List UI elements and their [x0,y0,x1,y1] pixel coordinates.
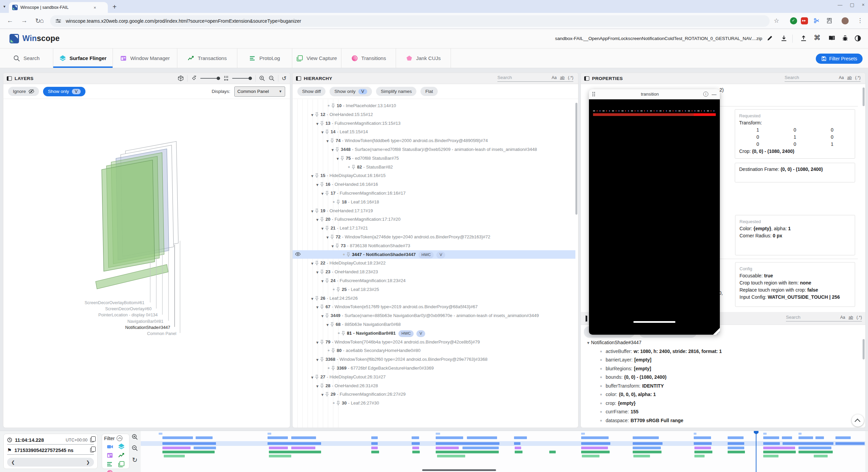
trace-segment[interactable] [582,455,599,457]
pin-icon[interactable] [336,401,340,405]
browser-tab[interactable]: Winscope | sandbox-FAIL × [9,2,108,13]
forward-icon[interactable]: → [21,17,27,24]
trace-segment[interactable] [159,433,162,435]
match-word-icon[interactable]: ab [560,75,565,80]
tree-row[interactable]: ▼13-FullscreenMagnification:15:15#13 [293,119,575,128]
protolog-icon[interactable] [106,461,113,468]
trace-segment[interactable] [763,455,778,457]
pin-icon[interactable] [341,331,345,335]
trace-segment[interactable] [371,436,378,439]
download-traces-icon[interactable] [781,35,787,42]
chevron-down-icon[interactable]: ▼ [310,295,315,302]
trace-segment[interactable] [291,447,315,449]
trace-segment[interactable] [728,442,744,445]
eye-icon[interactable] [295,252,301,256]
trace-segment[interactable] [798,433,802,435]
trace-segment[interactable] [514,436,527,439]
chevron-down-icon[interactable]: ▼ [325,138,330,144]
pin-icon[interactable] [325,392,329,396]
pin-icon[interactable] [325,278,329,283]
tree-row[interactable]: ▼12-OneHanded:15:15#12 [293,110,575,119]
tree-row[interactable]: ▼67-WindowToken{e5176f9 type=2019 androi… [293,302,575,311]
pin-icon[interactable] [315,173,319,178]
zoom-in-icon[interactable] [132,434,138,440]
trace-segment[interactable] [633,447,661,449]
window-manager-icon[interactable] [106,452,113,459]
tab-search[interactable]: Search [0,48,53,68]
trace-segment[interactable] [162,447,191,449]
property-item[interactable]: ●crop:{empty} [581,399,862,408]
trace-segment[interactable] [371,447,378,449]
pin-icon[interactable] [335,243,339,248]
trace-segment[interactable] [467,436,497,439]
hierarchy-search-input[interactable] [497,75,548,80]
trace-segment[interactable] [268,436,288,439]
collapse-panel-icon[interactable] [7,76,12,81]
tree-row[interactable]: ▼20-FullscreenMagnification:17:17#20 [293,215,575,224]
regex-icon[interactable]: (.*) [855,75,861,80]
regex-icon[interactable]: (.*) [568,75,573,80]
trace-segment[interactable] [412,451,419,453]
chevron-down-icon[interactable]: ▼ [315,120,320,127]
simplify-names-chip[interactable]: Simplify names [376,87,417,96]
trace-segment[interactable] [269,451,321,453]
pin-icon[interactable] [320,217,324,221]
chevron-down-icon[interactable]: ▼ [310,208,315,214]
chevron-down-icon[interactable]: ▼ [320,225,325,232]
zoom-in-icon[interactable] [259,75,265,81]
pin-icon[interactable] [331,103,335,108]
zoom-out-icon[interactable] [132,445,138,451]
chevron-down-icon[interactable]: ▼ [310,112,315,118]
report-bug-icon[interactable] [842,35,848,41]
tree-row[interactable]: ●25-Leaf:18:23#25 [293,285,575,294]
trace-segment[interactable] [371,442,378,445]
trace-segment[interactable] [633,455,650,457]
upload-new-trace-icon[interactable] [800,35,807,42]
tree-row[interactable]: ▼3449-Surface(name=885b63e NavigationBar… [293,311,575,320]
trace-segment[interactable] [728,447,744,449]
tree-row[interactable]: ●82-StatusBar#82 [293,163,575,172]
trace-segment[interactable] [549,451,556,453]
chevron-down-icon[interactable]: ▼ [315,339,320,346]
trace-segment[interactable] [581,451,609,453]
properties-tree-search-input[interactable] [786,315,837,320]
tree-row[interactable]: ●3447-NotificationShade#3447HWCV [293,250,575,259]
trace-segment[interactable] [728,451,745,453]
tree-row[interactable]: ▼27-HideDisplayCutout:26:31#27 [293,373,575,381]
tree-row[interactable]: ▼68-885b63e NavigationBar0#68 [293,320,575,329]
match-case-icon[interactable]: Aa [552,75,557,80]
scroll-to-top-button[interactable] [852,414,864,427]
pin-icon[interactable] [320,340,324,344]
properties-scrollbar[interactable] [863,87,865,106]
trace-segment[interactable] [291,436,316,439]
pin-icon[interactable] [335,147,339,152]
collapse-panel-icon[interactable] [296,76,301,81]
trace-segment[interactable] [412,442,420,445]
trace-segment[interactable] [412,436,419,439]
pin-icon[interactable] [325,313,329,318]
trace-segment[interactable] [581,433,585,435]
pin-icon[interactable] [320,270,324,274]
match-case-icon[interactable]: Aa [839,75,844,80]
trace-segment[interactable] [633,451,662,453]
collapse-panel-icon[interactable] [586,315,586,322]
property-item[interactable]: ●bufferTransform:IDENTITY [581,381,862,390]
show-only-visible-chip[interactable]: Show only V [330,87,372,96]
chevron-down-icon[interactable]: ▼ [310,374,315,380]
window-maximize-icon[interactable]: ▢ [850,2,854,7]
pin-icon[interactable] [340,156,344,160]
tree-row[interactable]: ▼14-Leaf:15:15#14 [293,127,575,136]
tree-row[interactable]: ▼75-ed70f88 StatusBar#75 [293,154,575,163]
trace-segment[interactable] [269,447,288,449]
trace-segment[interactable] [798,451,832,453]
chevron-down-icon[interactable]: ▼ [320,278,325,284]
tab-view-capture[interactable]: View Capture [292,48,341,68]
minimize-overlay-icon[interactable]: — [712,92,716,97]
chevron-down-icon[interactable]: ▼ [310,260,315,267]
flat-chip[interactable]: Flat [420,87,438,96]
pin-icon[interactable] [315,375,319,379]
trace-segment[interactable] [835,436,851,439]
pin-icon[interactable] [315,209,319,213]
tree-row[interactable]: ●80-ace6abb SecondaryHomeHandle0#80 [293,346,575,355]
edit-file-name-icon[interactable] [767,35,773,41]
